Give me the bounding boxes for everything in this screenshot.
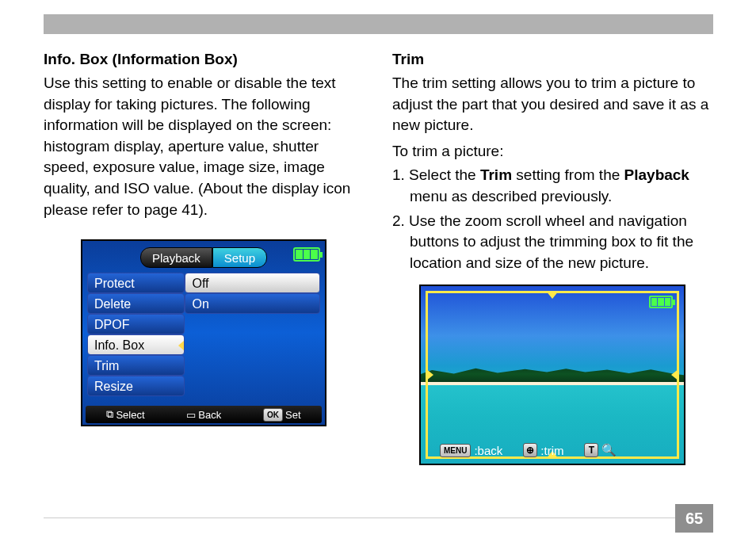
trim-trim-label: :trim: [540, 444, 563, 457]
trim-step-2: 2. Use the zoom scroll wheel and navigat…: [392, 211, 712, 274]
menu-right-column: OffOn: [185, 273, 320, 403]
content-columns: Info. Box (Information Box) Use this set…: [44, 51, 713, 465]
trim-step-1: 1. Select the Trim setting from the Play…: [392, 165, 712, 207]
left-column: Info. Box (Information Box) Use this set…: [44, 51, 364, 465]
trim-screenshot: MENU:back ⊕:trim T🔍: [419, 285, 685, 465]
footer-set-label: Set: [285, 409, 301, 421]
footer-select-icon: ⧉: [106, 408, 113, 421]
menu-left-item: Delete: [87, 293, 185, 314]
menu-left-item: Resize: [87, 376, 185, 396]
info-box-heading: Info. Box (Information Box): [44, 51, 364, 68]
menu-left-item: DPOF: [87, 314, 185, 334]
menu-left-item: Info. Box: [87, 334, 185, 355]
trim-sub: To trim a picture:: [392, 141, 712, 162]
trim-heading: Trim: [392, 51, 712, 68]
header-bar: [44, 14, 713, 34]
trim-footer: MENU:back ⊕:trim T🔍: [429, 441, 676, 459]
trim-frame: [426, 291, 679, 459]
tab-playback: Playback: [140, 247, 212, 268]
joystick-icon: ⊕: [523, 443, 537, 457]
trim-handle-top: [546, 291, 559, 299]
camera-menu-screenshot: Playback Setup ProtectDeleteDPOFInfo. Bo…: [81, 239, 326, 426]
camera-footer: ⧉Select ▭Back OKSet: [86, 406, 322, 423]
t-icon: T: [584, 443, 598, 457]
zoom-icon: 🔍: [601, 443, 617, 457]
page-number: 65: [675, 504, 713, 533]
menu-right-item: Off: [185, 273, 320, 293]
battery-icon: [293, 247, 320, 262]
footer-select-label: Select: [116, 409, 144, 421]
trim-handle-left: [426, 369, 433, 381]
trim-battery-icon: [649, 296, 673, 308]
footer-back-icon: ▭: [186, 409, 196, 421]
trim-paragraph: The trim setting allows you to trim a pi…: [392, 73, 712, 136]
camera-tabs: Playback Setup: [82, 245, 325, 270]
right-column: Trim The trim setting allows you to trim…: [392, 51, 712, 465]
info-box-paragraph: Use this setting to enable or disable th…: [44, 73, 364, 220]
menu-left-item: Trim: [87, 355, 185, 376]
menu-right-item: On: [185, 293, 320, 314]
tab-setup: Setup: [212, 247, 267, 268]
footer-rule: [44, 518, 676, 518]
footer-back-label: Back: [198, 409, 221, 421]
menu-badge: MENU: [440, 444, 471, 457]
menu-columns: ProtectDeleteDPOFInfo. BoxTrimResize Off…: [87, 273, 320, 403]
trim-steps: 1. Select the Trim setting from the Play…: [392, 165, 712, 273]
trim-back-label: :back: [474, 444, 502, 457]
menu-left-column: ProtectDeleteDPOFInfo. BoxTrimResize: [87, 273, 185, 403]
trim-handle-right: [671, 369, 679, 381]
footer-ok-badge: OK: [263, 408, 283, 422]
menu-left-item: Protect: [87, 273, 185, 293]
